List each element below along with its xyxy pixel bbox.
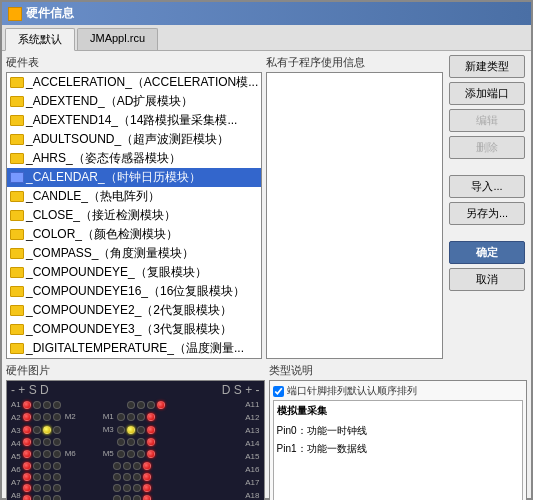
led — [113, 462, 121, 470]
folder-icon — [10, 267, 24, 278]
import-button[interactable]: 导入... — [449, 175, 525, 198]
hardware-table-label: 硬件表 — [6, 55, 262, 70]
led — [117, 413, 125, 421]
led — [147, 401, 155, 409]
type-desc-box: 模拟量采集 Pin0：功能一时钟线 Pin1：功能一数据线 — [273, 400, 524, 500]
led — [53, 426, 61, 434]
led — [43, 484, 51, 492]
led — [53, 413, 61, 421]
list-item[interactable]: _COMPOUNDEYE3_（3代复眼模块） — [7, 320, 261, 339]
led — [133, 462, 141, 470]
folder-icon — [10, 96, 24, 107]
list-item-calendar[interactable]: _CALENDAR_（时钟日历模块） — [7, 168, 261, 187]
led — [33, 495, 41, 500]
folder-icon — [10, 286, 24, 297]
led — [23, 413, 31, 421]
led — [43, 413, 51, 421]
folder-icon — [10, 229, 24, 240]
led — [43, 450, 51, 458]
list-item[interactable]: _COMPASS_（角度测量模块） — [7, 244, 261, 263]
type-desc-label: 类型说明 — [269, 363, 528, 378]
led — [147, 413, 155, 421]
folder-icon — [10, 343, 24, 354]
folder-icon — [10, 305, 24, 316]
delete-button[interactable]: 删除 — [449, 136, 525, 159]
hw-image-label: 硬件图片 — [6, 363, 265, 378]
led — [23, 401, 31, 409]
led — [43, 462, 51, 470]
folder-icon — [10, 191, 24, 202]
led — [43, 426, 51, 434]
led — [33, 426, 41, 434]
led — [123, 473, 131, 481]
list-item[interactable]: _ADEXTEND14_（14路模拟量采集模... — [7, 111, 261, 130]
hardware-table-section: 硬件表 _ACCELERATION_（ACCELERATION模... _ADE… — [6, 55, 262, 359]
private-info-box — [266, 72, 443, 359]
led — [127, 401, 135, 409]
led — [133, 495, 141, 500]
add-port-button[interactable]: 添加端口 — [449, 82, 525, 105]
cancel-button[interactable]: 取消 — [449, 268, 525, 291]
led — [137, 450, 145, 458]
led — [147, 450, 155, 458]
main-content: 硬件表 _ACCELERATION_（ACCELERATION模... _ADE… — [2, 51, 531, 500]
led — [33, 462, 41, 470]
checkbox-row: 端口针脚排列默认认顺序排列 — [273, 384, 524, 398]
led — [43, 473, 51, 481]
folder-icon — [10, 172, 24, 183]
save-as-button[interactable]: 另存为... — [449, 202, 525, 225]
list-item[interactable]: _CANDLE_（热电阵列） — [7, 187, 261, 206]
tab-system-default[interactable]: 系统默认 — [5, 28, 75, 51]
port-order-checkbox[interactable] — [273, 386, 284, 397]
led — [53, 401, 61, 409]
list-item[interactable]: _CLOSE_（接近检测模块） — [7, 206, 261, 225]
hardware-list[interactable]: _ACCELERATION_（ACCELERATION模... _ADEXTEN… — [7, 73, 261, 358]
led — [137, 413, 145, 421]
folder-icon — [10, 134, 24, 145]
tab-jmappl[interactable]: JMAppl.rcu — [77, 28, 158, 50]
type-desc-sublabel: 模拟量采集 — [277, 404, 520, 418]
led — [143, 484, 151, 492]
hw-image-box: - + S D D S + - A1 A2 A3 A4 A5 A6 — [6, 380, 265, 500]
folder-icon — [10, 115, 24, 126]
list-item[interactable]: _COMPOUNDEYE16_（16位复眼模块） — [7, 282, 261, 301]
list-item[interactable]: _ADEXTEND_（AD扩展模块） — [7, 92, 261, 111]
list-item[interactable]: _COLOR_（颜色检测模块） — [7, 225, 261, 244]
led — [113, 495, 121, 500]
list-item[interactable]: _DIGITALTEMPERATURE_（温度测量... — [7, 339, 261, 358]
led — [23, 462, 31, 470]
pin-header-left: - + S D — [11, 383, 49, 397]
list-item[interactable]: _ADULTSOUND_（超声波测距模块） — [7, 130, 261, 149]
list-item[interactable]: _COMPOUNDEYE_（复眼模块） — [7, 263, 261, 282]
bottom-section: 硬件图片 - + S D D S + - A1 A2 A3 — [6, 363, 527, 500]
led — [33, 438, 41, 446]
led — [23, 484, 31, 492]
led-grid: M2 M1 — [23, 399, 243, 500]
led — [23, 473, 31, 481]
led — [23, 450, 31, 458]
led — [33, 401, 41, 409]
list-item[interactable]: _AHRS_（姿态传感器模块） — [7, 149, 261, 168]
hw-image-section: 硬件图片 - + S D D S + - A1 A2 A3 — [6, 363, 265, 500]
window-title: 硬件信息 — [26, 5, 74, 22]
led — [147, 438, 155, 446]
tab-bar: 系统默认 JMAppl.rcu — [2, 25, 531, 51]
led — [53, 438, 61, 446]
led — [133, 473, 141, 481]
led — [53, 462, 61, 470]
new-type-button[interactable]: 新建类型 — [449, 55, 525, 78]
list-item[interactable]: _ACCELERATION_（ACCELERATION模... — [7, 73, 261, 92]
led — [143, 495, 151, 500]
led — [127, 426, 135, 434]
list-item[interactable]: _COMPOUNDEYE2_（2代复眼模块） — [7, 301, 261, 320]
led — [117, 438, 125, 446]
confirm-button[interactable]: 确定 — [449, 241, 525, 264]
led — [137, 438, 145, 446]
led — [33, 473, 41, 481]
pin-desc-0: Pin0：功能一时钟线 — [277, 422, 520, 440]
private-section: 私有子程序使用信息 — [266, 55, 443, 359]
private-label: 私有子程序使用信息 — [266, 55, 443, 70]
edit-button[interactable]: 编辑 — [449, 109, 525, 132]
pin-desc-1: Pin1：功能一数据线 — [277, 440, 520, 458]
led — [143, 473, 151, 481]
